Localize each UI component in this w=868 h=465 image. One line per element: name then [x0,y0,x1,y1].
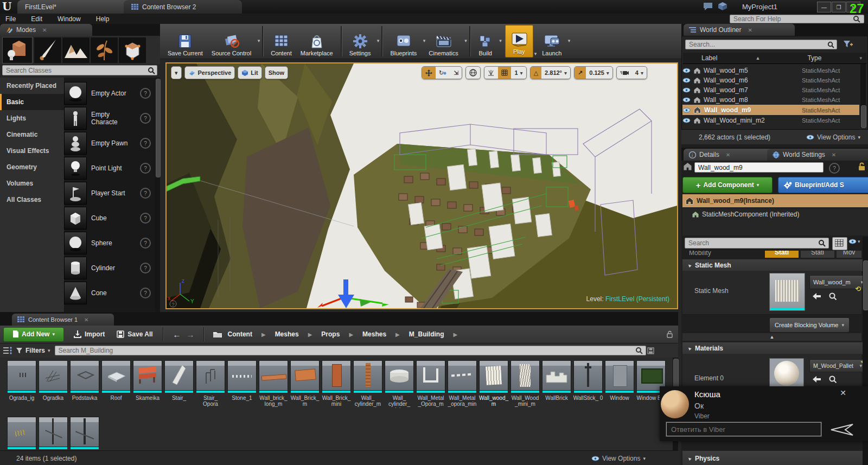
close-icon[interactable]: ✕ [748,27,752,33]
lock-icon[interactable] [858,162,865,171]
marketplace-button[interactable]: Marketplace [296,24,337,59]
mode-geometry-button[interactable] [118,37,146,63]
mode-paint-button[interactable] [34,37,62,63]
asset-item[interactable]: Ogradka [38,360,68,408]
help-badge-icon[interactable]: ? [140,213,151,224]
visibility-eye-icon[interactable] [682,118,691,123]
help-badge-icon[interactable]: ? [140,263,151,273]
placeable-empty-actor[interactable]: Empty Actor ? [64,81,155,106]
viber-notification[interactable]: Ксюша Ок Viber ✕ [660,386,868,441]
asset-item[interactable] [7,417,37,449]
outliner-row-selected[interactable]: Wall_wood_m9StaticMeshAct [682,105,859,115]
viewport[interactable]: z x Y ? Level: FirstLEvel (Persistent) ▾… [165,62,678,309]
outliner-row[interactable]: Wall_wood_m7StaticMeshAct [682,85,859,95]
visibility-eye-icon[interactable] [682,87,691,93]
import-button[interactable]: Import [74,330,105,338]
asset-item[interactable] [38,417,68,449]
asset-item[interactable]: Wall_Wood _mini_m [510,360,540,408]
visibility-eye-icon[interactable] [682,78,691,83]
details-grid-view-button[interactable] [832,237,847,250]
asset-item[interactable]: Wall_Metal _opora_min [447,360,477,408]
rotate-tool-button[interactable]: ↻ [436,67,450,79]
blueprint-add-script-button[interactable]: Blueprint/Add S [778,177,868,193]
rotation-snap-value[interactable]: 2.812°▾ [541,67,570,79]
category-lights[interactable]: Lights [0,110,64,126]
perspective-button[interactable]: Perspective [184,66,235,79]
menu-edit[interactable]: Edit [31,15,42,23]
content-button[interactable]: Content [266,24,296,59]
placeable-empty-character[interactable]: Empty Characte ? [64,106,155,131]
filters-button[interactable]: Filters▾ [16,347,50,354]
package-icon[interactable] [717,2,728,11]
cb-search-input[interactable] [55,346,646,355]
category-basic[interactable]: Basic [0,94,64,110]
asset-item[interactable]: Wall_Brick_ m [290,360,320,408]
back-button[interactable]: ← [173,330,181,339]
chevron-down-icon[interactable]: ▾ [499,38,502,43]
help-badge-icon[interactable]: ? [140,138,151,149]
breadcrumb-meshes[interactable]: Meshes [275,330,299,338]
visibility-eye-icon[interactable] [682,97,691,103]
surface-snap-button[interactable] [484,67,498,79]
browse-icon[interactable] [829,292,837,300]
asset-item[interactable]: Ograda_ig [7,360,37,408]
grid-snap-value[interactable]: 1▾ [511,67,526,79]
modes-scrollbar[interactable] [155,78,160,312]
asset-item[interactable]: WallStick_ 0 [573,360,603,408]
category-recently-placed[interactable]: Recently Placed [0,78,64,94]
outliner-row[interactable]: Wall_Wood_mini_m2StaticMeshAct [682,116,859,125]
scale-snap-value[interactable]: 0.125▾ [586,67,612,79]
tab-world-outliner[interactable]: World Outliner ✕ [684,24,795,36]
sources-panel-icon[interactable] [3,347,12,354]
outliner-row[interactable]: Wall_wood_m6StaticMeshAct [682,75,859,85]
asset-item-selected[interactable]: Wall_wood_ m [478,360,509,408]
sort-asc-icon[interactable]: ▲ [755,55,760,61]
placeable-player-start[interactable]: Player Start ? [64,181,155,206]
asset-item[interactable] [69,417,100,449]
close-icon[interactable]: ✕ [42,27,47,33]
column-label[interactable]: Label [701,54,717,62]
add-filter-icon[interactable] [843,40,853,49]
viewport-options-button[interactable]: ▾ [171,66,182,79]
close-icon[interactable]: ✕ [726,152,730,158]
tab-world-settings[interactable]: World Settings ✕ [767,149,868,161]
material-thumbnail[interactable] [769,358,804,388]
breadcrumb-m-building[interactable]: M_Building [409,330,444,338]
play-button[interactable]: Play [505,25,533,58]
close-icon[interactable]: ✕ [84,317,88,323]
outliner-view-options[interactable]: View Options▾ [806,133,860,141]
section-materials[interactable]: ▲ Materials [682,342,866,355]
tab-modes[interactable]: Modes ✕ [0,24,92,36]
placeable-point-light[interactable]: Point Light ? [64,156,155,181]
mode-foliage-button[interactable] [90,37,118,63]
mobility-stationary-button[interactable]: Stati [801,251,834,258]
breadcrumb-props[interactable]: Props [321,330,340,338]
mode-landscape-button[interactable] [62,37,90,63]
breadcrumb-content[interactable]: Content [228,330,252,338]
chevron-down-icon[interactable]: ▾ [377,38,380,43]
breadcrumb-meshes-2[interactable]: Meshes [362,330,386,338]
create-blocking-volume-button[interactable]: Create Blocking Volume▾ [769,317,850,333]
menu-window[interactable]: Window [58,15,81,23]
tab-content-browser-1[interactable]: Content Browser 1 ✕ [12,314,114,326]
asset-item[interactable]: Wall_ cylinder_m [353,360,383,408]
section-physics[interactable]: ▲ Physics [682,450,866,465]
world-local-toggle[interactable] [466,67,480,79]
forward-button[interactable]: → [187,330,195,339]
placeable-cone[interactable]: Cone ? [64,281,155,305]
outliner-scrollbar[interactable] [860,64,866,128]
grid-snap-toggle[interactable] [498,67,511,79]
asset-item[interactable]: Stair_ [164,360,194,408]
viber-reply-input[interactable] [666,422,821,436]
save-all-button[interactable]: Save All [117,330,152,338]
outliner-row[interactable]: Wall_wood_m8StaticMeshAct [682,95,859,105]
help-badge-icon[interactable]: ? [140,188,151,199]
add-component-button[interactable]: + Add Component▾ [682,177,773,193]
close-icon[interactable]: ✕ [832,152,836,158]
asset-item[interactable]: Podstavka [69,360,100,408]
asset-item[interactable]: Window [604,360,635,408]
mobility-static-button[interactable]: Stati [765,251,799,258]
tab-details[interactable]: i Details ✕ [684,149,776,161]
menu-help[interactable]: Help [96,15,110,23]
actor-name-input[interactable] [694,162,824,173]
